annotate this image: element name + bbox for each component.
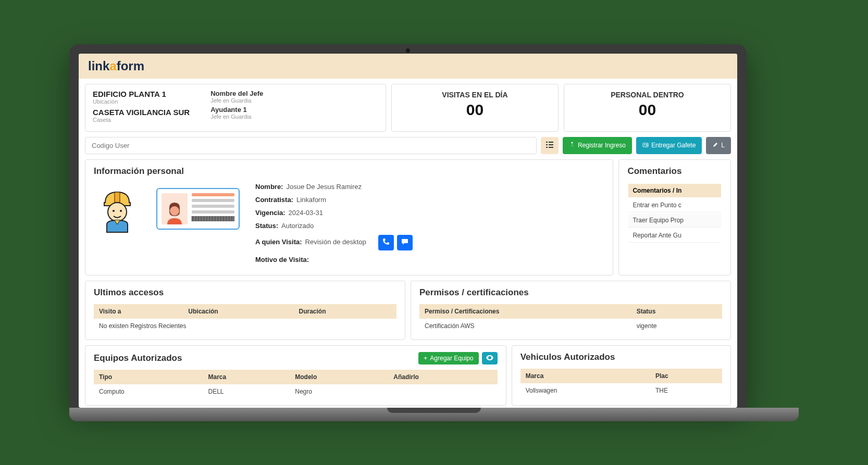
svg-rect-10 xyxy=(646,145,648,146)
permit-row: Certificación AWS vigente xyxy=(419,319,722,333)
register-entry-label: Registrar Ingreso xyxy=(578,142,626,149)
status-label: Status: xyxy=(255,222,278,230)
assistant-sub: Jefe en Guardia xyxy=(210,114,263,120)
svg-point-8 xyxy=(644,144,645,145)
equip-col-marca: Marca xyxy=(203,370,290,384)
deliver-badge-button[interactable]: Entregar Gafete xyxy=(636,137,702,154)
equip-col-tipo: Tipo xyxy=(94,370,203,384)
contractor-value: Linkaform xyxy=(296,196,326,204)
validity-label: Vigencia: xyxy=(255,209,286,217)
svg-rect-3 xyxy=(549,144,553,145)
access-empty-row: No existen Registros Recientes xyxy=(94,319,396,333)
equip-col-anadirlo: Añadirlo xyxy=(388,370,497,384)
add-equipment-button[interactable]: + Agregar Equipo xyxy=(418,352,478,365)
comments-panel: Comentarios Comentarios / In Entrar en P… xyxy=(618,159,731,275)
permits-title: Permisos / certificaciones xyxy=(419,287,722,298)
vehicle-col-marca: Marca xyxy=(520,369,650,383)
stat-visits-label: VISITAS EN EL DÍA xyxy=(398,91,552,99)
stat-personnel-value: 00 xyxy=(571,101,724,119)
boss-label: Nombre del Jefe xyxy=(210,90,263,97)
register-entry-button[interactable]: Registrar Ingreso xyxy=(563,137,632,154)
access-col-duracion: Duración xyxy=(293,304,396,319)
plus-icon: + xyxy=(424,355,427,362)
phone-icon xyxy=(382,238,390,247)
access-panel: Ultimos accesos Visito a Ubicación Durac… xyxy=(85,281,405,340)
vehicles-panel: Vehiculos Autorizados Marca Plac Vollswa… xyxy=(512,345,731,406)
user-code-input[interactable] xyxy=(85,137,537,154)
personal-info-panel: Información personal xyxy=(85,159,613,275)
equip-col-modelo: Modelo xyxy=(290,370,388,384)
add-equipment-label: Agregar Equipo xyxy=(430,355,473,362)
visits-value: Revisión de desktop xyxy=(305,238,366,246)
name-label: Nombre: xyxy=(255,183,283,191)
worker-avatar-icon xyxy=(94,183,141,235)
equipment-panel: Equipos Autorizados + Agregar Equipo xyxy=(85,345,506,406)
comment-row: Entrar en Punto c xyxy=(628,198,721,212)
chat-icon xyxy=(401,238,408,247)
svg-rect-1 xyxy=(549,142,553,143)
svg-rect-2 xyxy=(546,144,548,145)
third-action-button[interactable]: L xyxy=(706,137,731,154)
svg-point-13 xyxy=(108,203,127,221)
contractor-label: Contratista: xyxy=(255,196,293,204)
building-name: EDIFICIO PLANTA 1 xyxy=(93,90,190,98)
vehicles-title: Vehiculos Autorizados xyxy=(520,352,722,362)
comments-title: Comentarios xyxy=(627,166,722,177)
stat-personnel: PERSONAL DENTRO 00 xyxy=(564,84,731,132)
permits-col-status: Status xyxy=(631,304,722,319)
svg-point-6 xyxy=(571,142,573,143)
location-header: EDIFICIO PLANTA 1 Ubicación CASETA VIGIL… xyxy=(85,84,386,132)
building-sub: Ubicación xyxy=(93,98,190,105)
badge-icon xyxy=(642,142,649,149)
svg-rect-9 xyxy=(646,144,648,145)
reason-label: Motivo de Visita: xyxy=(255,256,309,263)
list-button[interactable] xyxy=(541,137,559,154)
permits-col-name: Permiso / Certificaciones xyxy=(419,304,631,319)
access-col-visito: Visito a xyxy=(94,304,183,319)
comment-row: Traer Equipo Prop xyxy=(628,213,721,228)
call-button[interactable] xyxy=(378,235,394,250)
comments-header: Comentarios / In xyxy=(628,184,721,197)
equipment-row: Computo DELL Negro xyxy=(94,384,498,399)
booth-name: CASETA VIGILANCIA SUR xyxy=(93,108,190,117)
assistant-label: Ayudante 1 xyxy=(210,106,263,114)
topbar: linkaform xyxy=(79,54,737,79)
comment-row: Reportar Ante Gu xyxy=(628,229,721,243)
svg-rect-0 xyxy=(546,142,548,143)
stat-visits-value: 00 xyxy=(398,101,552,119)
stat-visits: VISITAS EN EL DÍA 00 xyxy=(391,84,559,132)
svg-rect-12 xyxy=(115,192,120,203)
boss-sub: Jefe en Guardia xyxy=(210,97,263,104)
equipment-title: Equipos Autorizados xyxy=(94,353,182,363)
svg-rect-4 xyxy=(546,147,548,148)
vehicle-col-placa: Plac xyxy=(650,369,722,383)
personal-info-title: Información personal xyxy=(94,166,604,177)
svg-rect-7 xyxy=(643,143,648,147)
view-equipment-button[interactable] xyxy=(482,352,498,365)
permits-panel: Permisos / certificaciones Permiso / Cer… xyxy=(411,281,731,340)
access-title: Ultimos accesos xyxy=(94,287,396,298)
third-action-label: L xyxy=(721,142,725,149)
validity-value: 2024-03-31 xyxy=(289,209,324,217)
visits-label: A quien Visita: xyxy=(255,238,302,246)
name-value: Josue De Jesus Ramirez xyxy=(286,183,362,191)
booth-sub: Caseta xyxy=(93,117,190,123)
id-card xyxy=(156,188,240,230)
status-value: Autorizado xyxy=(281,222,314,230)
svg-rect-5 xyxy=(549,147,553,148)
logo: linkaform xyxy=(88,59,144,73)
eye-icon xyxy=(486,355,493,362)
stat-personnel-label: PERSONAL DENTRO xyxy=(571,91,724,99)
svg-point-15 xyxy=(120,210,122,212)
svg-point-14 xyxy=(113,210,115,212)
deliver-badge-label: Entregar Gafete xyxy=(651,142,696,149)
list-icon xyxy=(546,141,553,150)
access-col-ubicacion: Ubicación xyxy=(183,304,293,319)
walk-icon xyxy=(569,142,575,149)
vehicle-row: Vollswagen THE xyxy=(520,383,722,398)
id-photo-icon xyxy=(162,193,188,224)
message-button[interactable] xyxy=(397,235,413,250)
pencil-icon xyxy=(712,142,718,149)
svg-point-16 xyxy=(170,206,179,216)
